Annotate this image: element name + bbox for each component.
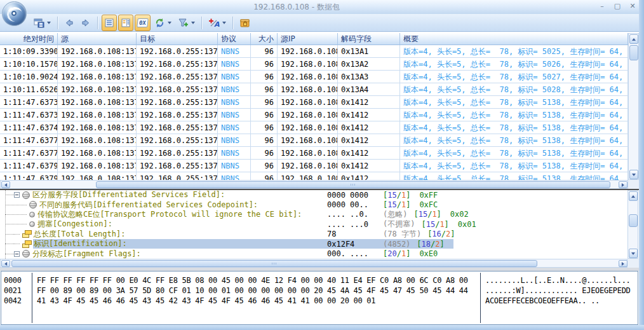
hex-bytes-row[interactable]: FF FF FF FF FF FF 00 E0 4C FF E8 5B 08 0… <box>37 275 468 285</box>
cell-proto[interactable]: NBNS <box>218 109 251 121</box>
hex-ascii-row[interactable]: ACOEEFFECEBCOEOEFFEAA.. .. <box>485 296 631 306</box>
cell-decode[interactable]: 0x13A4 <box>338 83 400 95</box>
cell-summary[interactable]: 版本=4, 头长=5, 总长= 78, 标识= 5138, 生存时间= 64, … <box>400 96 628 108</box>
packet-decode-view-button[interactable] <box>118 15 133 31</box>
cell-size[interactable]: 96 <box>251 147 278 159</box>
cell-size[interactable]: 96 <box>251 83 278 95</box>
cell-dst[interactable]: 192.168.0.255:137 <box>137 134 218 146</box>
cell-srcip[interactable]: 192.168.0.108 <box>278 71 338 83</box>
table-row[interactable]: 1:10:10.902481192.168.0.108:137192.168.0… <box>0 71 628 83</box>
tree-row[interactable]: 传输协议忽略CE位[Transport Protocol will ignore… <box>0 210 627 219</box>
cell-time[interactable]: 1:11:47.637401 <box>0 121 58 134</box>
hscroll-thumb[interactable] <box>11 260 537 267</box>
cell-time[interactable]: 1:11:47.637956 <box>0 160 58 172</box>
cell-size[interactable]: 96 <box>251 96 278 108</box>
minimize-button[interactable]: – <box>597 1 607 11</box>
cell-dst[interactable]: 192.168.0.255:137 <box>137 96 218 108</box>
cell-size[interactable]: 96 <box>251 121 278 134</box>
cell-time[interactable]: 1:10:11.652696 <box>0 83 58 95</box>
app-logo-icon[interactable] <box>2 1 27 26</box>
cell-summary[interactable]: 版本=4, 头长=5, 总长= 78, 标识= 5138, 生存时间= 64, … <box>400 134 628 146</box>
cell-proto[interactable]: NBNS <box>218 121 251 134</box>
tree-row[interactable]: 拥塞[Congestion]:.... ...0(不拥塞)[15/1]0x01 <box>0 219 627 229</box>
cell-summary[interactable]: 版本=4, 头长=5, 总长= 78, 标识= 5027, 生存时间= 64, … <box>400 71 628 83</box>
cell-src[interactable]: 192.168.0.108:137 <box>58 83 137 95</box>
scroll-left-button[interactable] <box>1 260 10 267</box>
table-row[interactable]: 1:11:47.637762192.168.0.108:137192.168.0… <box>0 134 628 147</box>
cell-src[interactable]: 192.168.0.108:137 <box>58 96 137 108</box>
cell-dst[interactable]: 192.168.0.255:137 <box>137 45 218 57</box>
column-header-dst[interactable]: 目标 <box>137 33 218 45</box>
hex-ascii-column[interactable]: ........L..[..E..N....@......l.........:… <box>485 275 631 306</box>
cell-proto[interactable]: NBNS <box>218 45 251 57</box>
cell-srcip[interactable]: 192.168.0.108 <box>278 96 338 108</box>
cell-srcip[interactable]: 192.168.0.108 <box>278 109 338 121</box>
tree-row[interactable]: 分段标志[Fragment Flags]:000. ....[20/1]0xE0 <box>0 249 627 258</box>
scroll-up-button[interactable] <box>629 191 638 201</box>
table-row[interactable]: 1:11:47.637398192.168.0.108:137192.168.0… <box>0 109 628 121</box>
cell-src[interactable]: 192.168.0.108:137 <box>58 58 137 70</box>
cell-proto[interactable]: NBNS <box>218 160 251 172</box>
forward-button[interactable] <box>78 15 93 31</box>
column-header-src[interactable]: 源 <box>58 33 137 45</box>
table-row[interactable]: 1:11:47.637777192.168.0.108:137192.168.0… <box>0 147 628 160</box>
table-row[interactable]: 1:11:47.637373192.168.0.108:137192.168.0… <box>0 96 628 109</box>
cell-dst[interactable]: 192.168.0.255:137 <box>137 71 218 83</box>
column-header-proto[interactable]: 协议 <box>218 33 251 45</box>
cell-dst[interactable]: 192.168.0.255:137 <box>137 109 218 121</box>
cell-time[interactable]: 1:11:47.637762 <box>0 134 58 146</box>
cell-src[interactable]: 192.168.0.108:137 <box>58 45 137 57</box>
cell-src[interactable]: 192.168.0.108:137 <box>58 160 137 172</box>
column-header-time[interactable]: 绝对时间 <box>0 33 58 45</box>
cell-srcip[interactable]: 192.168.0.108 <box>278 121 338 134</box>
table-row[interactable]: 1:11:47.637956192.168.0.108:137192.168.0… <box>0 160 628 172</box>
close-button[interactable]: ✕ <box>627 1 638 11</box>
packet-list-view-button[interactable] <box>102 15 117 31</box>
cell-dst[interactable]: 192.168.0.255:137 <box>137 160 218 172</box>
cell-srcip[interactable]: 192.168.0.108 <box>278 160 338 172</box>
column-header-decode[interactable]: 解码字段 <box>338 33 400 45</box>
cell-time[interactable]: 1:10:09.339036 <box>0 45 58 57</box>
column-header-srcip[interactable]: 源IP <box>278 33 338 45</box>
hex-bytes-column[interactable]: FF FF FF FF FF FF 00 E0 4C FF E8 5B 08 0… <box>37 275 468 306</box>
cell-summary[interactable]: 版本=4, 头长=5, 总长= 78, 标识= 5138, 生存时间= 64, … <box>400 109 628 121</box>
cell-dst[interactable]: 192.168.0.255:137 <box>137 83 218 95</box>
cell-dst[interactable]: 192.168.0.255:137 <box>137 147 218 159</box>
cell-decode[interactable]: 0x1412 <box>338 134 400 146</box>
column-header-summary[interactable]: 概要 <box>400 33 628 45</box>
decode-tree-vscrollbar[interactable] <box>627 190 638 259</box>
table-row[interactable]: 1:10:11.652696192.168.0.108:137192.168.0… <box>0 83 628 96</box>
scroll-down-button[interactable] <box>629 249 638 258</box>
cell-decode[interactable]: 0x13A2 <box>338 58 400 70</box>
filter-button[interactable] <box>175 15 198 31</box>
scroll-down-button[interactable] <box>629 170 638 179</box>
cell-dst[interactable]: 192.168.0.255:137 <box>137 121 218 134</box>
cell-proto[interactable]: NBNS <box>218 71 251 83</box>
tree-row[interactable]: 区分服务字段[Differentiated Services Field]:00… <box>0 190 627 200</box>
packet-table-hscrollbar[interactable] <box>0 180 628 189</box>
refresh-button[interactable] <box>152 15 174 31</box>
maximize-button[interactable]: ▢ <box>612 1 622 11</box>
cell-time[interactable]: 1:10:10.902481 <box>0 71 58 83</box>
cell-decode[interactable]: 0x1412 <box>338 147 400 159</box>
locate-button[interactable]: A <box>206 15 229 31</box>
cell-summary[interactable]: 版本=4, 头长=5, 总长= 78, 标识= 5025, 生存时间= 64, … <box>400 45 628 57</box>
cell-src[interactable]: 192.168.0.108:137 <box>58 109 137 121</box>
package-lock-button[interactable] <box>237 15 253 31</box>
tree-collapse-toggle[interactable] <box>14 251 20 257</box>
cell-srcip[interactable]: 192.168.0.108 <box>278 83 338 95</box>
cell-size[interactable]: 96 <box>251 58 278 70</box>
cell-proto[interactable]: NBNS <box>218 134 251 146</box>
cell-size[interactable]: 96 <box>251 71 278 83</box>
cell-time[interactable]: 1:10:10.157078 <box>0 58 58 70</box>
table-row[interactable]: 1:11:47.637401192.168.0.108:137192.168.0… <box>0 121 628 134</box>
cell-dst[interactable]: 192.168.0.255:137 <box>137 58 218 70</box>
hex-bytes-row[interactable]: FF 00 89 00 89 00 3A 57 5D 80 CF 01 10 0… <box>37 285 468 296</box>
cell-size[interactable]: 96 <box>251 134 278 146</box>
cell-decode[interactable]: 0x1412 <box>338 160 400 172</box>
cell-summary[interactable]: 版本=4, 头长=5, 总长= 78, 标识= 5138, 生存时间= 64, … <box>400 121 628 134</box>
cell-summary[interactable]: 版本=4, 头长=5, 总长= 78, 标识= 5026, 生存时间= 64, … <box>400 58 628 70</box>
hex-bytes-row[interactable]: 41 43 4F 45 45 46 46 45 43 45 42 43 4F 4… <box>37 296 468 306</box>
cell-srcip[interactable]: 192.168.0.108 <box>278 134 338 146</box>
cell-time[interactable]: 1:11:47.637373 <box>0 96 58 108</box>
